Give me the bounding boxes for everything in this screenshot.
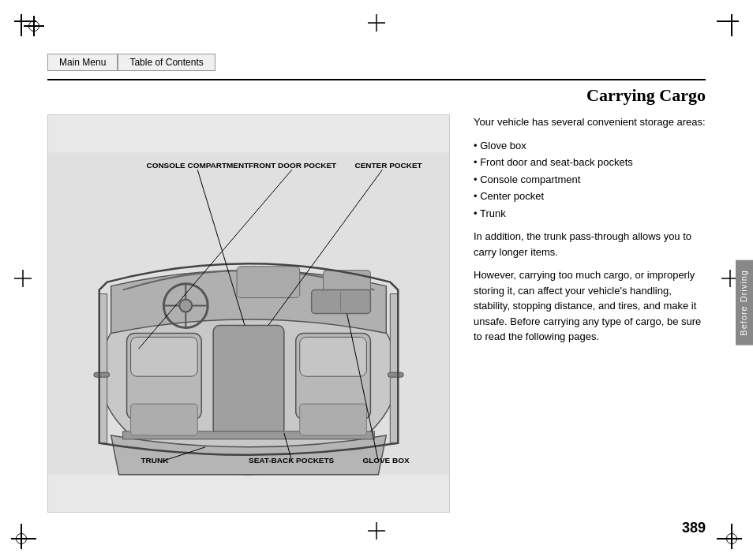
svg-rect-12 — [131, 337, 198, 376]
crosshair-bottom-center — [368, 522, 385, 543]
svg-rect-25 — [388, 372, 403, 377]
intro-paragraph: Your vehicle has several convenient stor… — [474, 114, 706, 130]
main-menu-button[interactable]: Main Menu — [47, 54, 118, 71]
text-content: Your vehicle has several convenient stor… — [466, 114, 706, 513]
page-title: Carrying Cargo — [586, 85, 706, 105]
svg-point-16 — [179, 300, 192, 312]
corner-mark-tr — [717, 14, 739, 36]
storage-list: Glove box Front door and seat-back pocke… — [474, 138, 706, 222]
svg-text:CONSOLE COMPARTMENT: CONSOLE COMPARTMENT — [147, 161, 249, 170]
svg-rect-27 — [300, 404, 367, 435]
page-title-area: Carrying Cargo — [47, 79, 706, 106]
list-item-trunk: Trunk — [474, 206, 706, 222]
content-area: CONSOLE COMPARTMENT FRONT DOOR POCKET CE… — [47, 114, 706, 513]
diagram-container: CONSOLE COMPARTMENT FRONT DOOR POCKET CE… — [47, 114, 450, 513]
svg-text:FRONT DOOR POCKET: FRONT DOOR POCKET — [249, 161, 336, 170]
page-number: 389 — [682, 520, 706, 536]
list-item-door-pockets: Front door and seat-back pockets — [474, 155, 706, 170]
svg-rect-14 — [300, 337, 367, 376]
svg-text:CENTER POCKET: CENTER POCKET — [354, 161, 421, 170]
list-item-glove-box: Glove box — [474, 138, 706, 154]
nav-bar: Main Menu Table of Contents — [47, 54, 215, 71]
before-driving-tab[interactable]: Before Driving — [736, 260, 753, 345]
svg-rect-24 — [94, 372, 110, 377]
circle-mark-tl — [24, 16, 44, 36]
warning-paragraph: However, carrying too much cargo, or imp… — [474, 267, 706, 345]
crosshair-left-mid — [14, 270, 32, 290]
crosshair-top-center — [368, 14, 385, 35]
circle-mark-bl — [11, 528, 32, 549]
svg-rect-26 — [131, 404, 198, 435]
list-item-center-pocket: Center pocket — [474, 189, 706, 204]
svg-rect-10 — [213, 325, 284, 435]
list-item-console: Console compartment — [474, 172, 706, 188]
svg-text:GLOVE BOX: GLOVE BOX — [362, 456, 410, 465]
svg-rect-21 — [237, 267, 300, 298]
table-of-contents-button[interactable]: Table of Contents — [118, 54, 215, 71]
circle-mark-br — [721, 528, 742, 549]
trunk-paragraph: In addition, the trunk pass-through allo… — [474, 229, 706, 259]
